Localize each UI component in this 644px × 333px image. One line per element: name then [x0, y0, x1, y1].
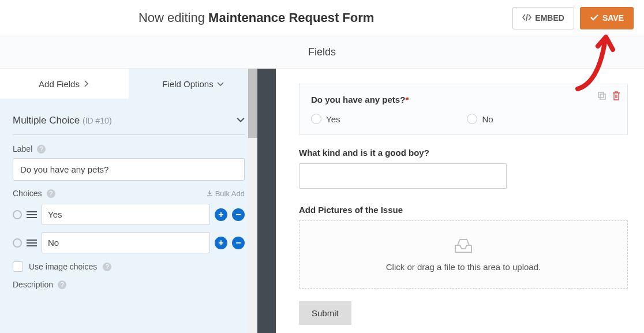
choice-input[interactable] [42, 232, 210, 253]
sidebar-scrollbar[interactable] [248, 69, 257, 333]
tab-add-fields-label: Add Fields [39, 79, 80, 89]
label-section: Label ? [13, 144, 245, 181]
choice-row: + − [13, 204, 245, 225]
choices-heading: Choices ? [13, 189, 55, 198]
tab-add-fields[interactable]: Add Fields [0, 69, 129, 99]
drag-handle-icon[interactable] [27, 211, 37, 218]
question-label: Add Pictures of the Issue [299, 205, 628, 215]
chevron-right-icon [83, 79, 90, 89]
label-input[interactable] [13, 158, 245, 181]
file-upload-area[interactable]: Click or drag a file to this area to upl… [299, 220, 628, 289]
help-icon[interactable]: ? [47, 189, 55, 198]
code-icon [522, 13, 531, 23]
save-button[interactable]: SAVE [580, 7, 634, 29]
choice-default-toggle[interactable] [13, 238, 22, 248]
field-preview-selected[interactable]: Do you have any pets?* Yes No [299, 84, 628, 135]
choice-default-toggle[interactable] [13, 210, 22, 219]
add-choice-button[interactable]: + [215, 208, 227, 221]
choice-input[interactable] [42, 204, 210, 225]
upload-hint: Click or drag a file to this area to upl… [386, 262, 541, 272]
help-icon[interactable]: ? [103, 263, 111, 271]
inbox-icon [453, 237, 474, 256]
choices-heading-text: Choices [13, 189, 42, 198]
field-type-label: Multiple Choice [13, 115, 80, 126]
duplicate-icon[interactable] [597, 91, 606, 103]
fields-bar-title: Fields [308, 46, 336, 58]
field-action-icons [597, 91, 620, 103]
radio-icon [467, 114, 477, 124]
field-options-panel: Multiple Choice (ID #10) Label ? Choices [0, 99, 257, 289]
question-label-text: Do you have any pets? [311, 95, 405, 104]
help-icon[interactable]: ? [58, 280, 66, 289]
scroll-thumb[interactable] [248, 69, 257, 138]
check-icon [590, 13, 599, 23]
required-asterisk: * [405, 95, 409, 104]
svg-rect-1 [600, 94, 605, 99]
submit-button[interactable]: Submit [299, 301, 351, 325]
chevron-down-icon [237, 115, 245, 126]
description-heading-text: Description [13, 280, 53, 289]
label-heading-text: Label [13, 144, 32, 154]
page-title: Now editing Maintenance Request Form [0, 10, 512, 25]
embed-button[interactable]: EMBED [512, 7, 574, 29]
radio-icon [311, 114, 321, 124]
field-type-header[interactable]: Multiple Choice (ID #10) [13, 109, 245, 135]
tab-field-options-label: Field Options [162, 79, 213, 89]
radio-option[interactable]: Yes [311, 114, 340, 124]
choices-section: Choices ? Bulk Add + − [13, 189, 245, 253]
editor-header: Now editing Maintenance Request Form EMB… [0, 0, 644, 36]
help-icon[interactable]: ? [37, 145, 46, 154]
sidebar-tabs: Add Fields Field Options [0, 69, 257, 99]
label-heading: Label ? [13, 144, 245, 154]
choice-row: + − [13, 232, 245, 253]
tab-field-options[interactable]: Field Options [129, 69, 257, 99]
add-choice-button[interactable]: + [215, 237, 227, 249]
header-buttons: EMBED SAVE [512, 7, 634, 29]
question-label: What kind and is it a good boy? [299, 148, 628, 158]
save-label: SAVE [602, 13, 624, 23]
text-input-preview[interactable] [299, 163, 507, 189]
svg-rect-0 [598, 92, 604, 98]
radio-label: Yes [326, 114, 340, 124]
chevron-down-icon [217, 79, 224, 89]
use-image-choices-label: Use image choices [29, 262, 97, 271]
drag-handle-icon[interactable] [27, 240, 37, 246]
use-image-choices-row: Use image choices ? [13, 261, 245, 272]
field-id: (ID #10) [83, 116, 112, 125]
radio-options: Yes No [311, 114, 616, 124]
remove-choice-button[interactable]: − [232, 237, 245, 249]
radio-option[interactable]: No [467, 114, 493, 124]
question-label: Do you have any pets?* [311, 95, 616, 104]
trash-icon[interactable] [612, 91, 620, 103]
bulk-add-label: Bulk Add [215, 189, 245, 198]
sidebar: Add Fields Field Options Multiple Choice… [0, 69, 257, 333]
main-area: Add Fields Field Options Multiple Choice… [0, 69, 644, 333]
bulk-add-link[interactable]: Bulk Add [207, 189, 245, 198]
download-icon [207, 189, 213, 198]
panel-gutter [257, 69, 276, 333]
form-preview: Do you have any pets?* Yes No What kind … [276, 69, 644, 333]
use-image-choices-checkbox[interactable] [13, 261, 23, 272]
title-prefix: Now editing [138, 10, 208, 25]
embed-label: EMBED [535, 13, 564, 23]
fields-bar: Fields [0, 36, 644, 69]
remove-choice-button[interactable]: − [232, 208, 245, 221]
form-name: Maintenance Request Form [208, 10, 374, 25]
description-heading: Description ? [13, 280, 245, 289]
radio-label: No [482, 114, 493, 124]
